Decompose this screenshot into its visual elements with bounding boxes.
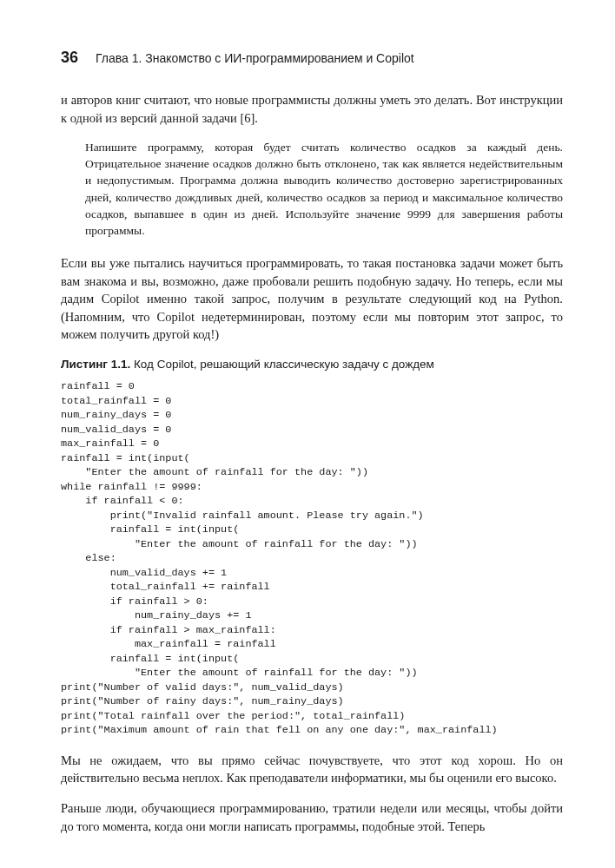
paragraph-assessment: Мы не ожидаем, что вы прямо сейчас почув… (61, 752, 563, 787)
chapter-title: Глава 1. Знакомство с ИИ-программировани… (96, 51, 414, 65)
listing-caption: Листинг 1.1. Код Copilot, решающий класс… (61, 358, 563, 371)
paragraph-intro: и авторов книг считают, что новые програ… (61, 91, 563, 127)
paragraph-closing: Раньше люди, обучающиеся программировани… (61, 799, 563, 835)
problem-quote: Напишите программу, которая будет считат… (85, 139, 563, 239)
listing-label: Листинг 1.1. (61, 358, 130, 371)
page-header: 36 Глава 1. Знакомство с ИИ-программиров… (61, 49, 563, 67)
paragraph-explanation: Если вы уже пытались научиться программи… (61, 254, 563, 344)
listing-title: Код Copilot, решающий классическую задач… (130, 358, 434, 371)
code-listing: rainfall = 0 total_rainfall = 0 num_rain… (61, 379, 563, 738)
page-number: 36 (61, 49, 78, 67)
page: 36 Глава 1. Знакомство с ИИ-программиров… (0, 0, 615, 868)
